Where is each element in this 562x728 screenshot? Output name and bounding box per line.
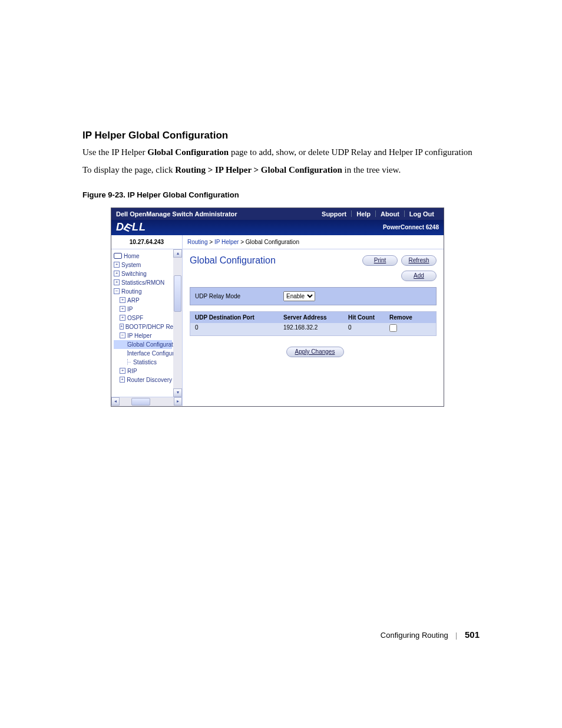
collapse-icon: −	[120, 332, 125, 338]
relay-mode-select[interactable]: Enable	[283, 291, 315, 301]
scroll-left-icon[interactable]: ◂	[111, 397, 120, 406]
titlebar-divider	[404, 210, 405, 217]
breadcrumb-sep: >	[209, 239, 213, 245]
refresh-button[interactable]: Refresh	[401, 255, 437, 266]
print-button[interactable]: Print	[362, 255, 398, 266]
scroll-right-icon[interactable]: ▸	[174, 397, 182, 406]
tree-item-label: RIP	[127, 367, 137, 375]
collapse-icon: −	[114, 288, 120, 294]
cell-server: 192.168.32.2	[283, 324, 348, 333]
titlebar-divider	[351, 210, 352, 217]
para2-pre: To display the page, click	[82, 165, 175, 174]
tree-item-label: System	[121, 261, 141, 269]
page-footer: Configuring Routing 501	[82, 630, 480, 640]
tree-item-label: ARP	[127, 296, 140, 305]
section-heading: IP Helper Global Configuration	[82, 130, 480, 141]
tree-item-label: Statistics	[133, 358, 157, 367]
tree-item-ip[interactable]: +IP	[114, 305, 172, 314]
add-button[interactable]: Add	[401, 271, 437, 281]
paragraph-2: To display the page, click Routing > IP …	[82, 164, 480, 176]
link-support[interactable]: Support	[322, 210, 346, 218]
expand-icon: +	[114, 271, 120, 276]
para1-post: page to add, show, or delete UDP Relay a…	[229, 147, 472, 157]
footer-section: Configuring Routing	[381, 631, 448, 640]
expand-icon: +	[120, 368, 125, 374]
tree-item-label: BOOTP/DHCP Relay Agent	[125, 322, 173, 331]
scroll-down-icon[interactable]: ▾	[173, 388, 182, 397]
relay-mode-label: UDP Relay Mode	[195, 293, 283, 299]
tree-item-statistics[interactable]: Statistics	[114, 358, 172, 367]
para2-bold: Routing > IP Helper > Global Configurati…	[175, 165, 342, 174]
col-hit-count: Hit Count	[348, 314, 389, 321]
expand-icon: +	[120, 297, 125, 303]
tree-hscrollbar[interactable]: ◂ ▸	[111, 397, 182, 406]
col-server-address: Server Address	[283, 314, 348, 321]
tree-item-ip-helper[interactable]: −IP Helper	[114, 331, 172, 340]
expand-icon: +	[120, 315, 125, 321]
breadcrumb-iphelper[interactable]: IP Helper	[214, 239, 239, 245]
para2-post: in the tree view.	[342, 165, 401, 174]
tree-item-label: Router Discovery	[127, 375, 172, 384]
titlebar-divider	[375, 210, 376, 217]
col-remove: Remove	[389, 314, 431, 321]
footer-divider	[456, 633, 457, 640]
table-row: 0 192.168.32.2 0	[190, 323, 436, 335]
app-titlebar: Dell OpenManage Switch Administrator Sup…	[111, 208, 444, 220]
remove-checkbox[interactable]	[389, 324, 397, 332]
tree-item-label: IP	[127, 305, 133, 314]
breadcrumb-current: Global Configuration	[246, 239, 299, 245]
tree-item-label: Switching	[121, 269, 147, 278]
tree-connector-icon	[125, 359, 131, 365]
tree-item-bootp-dhcp-relay-agent[interactable]: +BOOTP/DHCP Relay Agent	[114, 322, 172, 331]
footer-page: 501	[465, 630, 480, 640]
breadcrumb-sep: >	[240, 239, 244, 245]
tree-item-router-discovery[interactable]: +Router Discovery	[114, 375, 172, 384]
nav-tree: Home+System+Switching+Statistics/RMON−Ro…	[111, 249, 173, 397]
scroll-up-icon[interactable]: ▴	[173, 249, 182, 258]
relay-mode-panel: UDP Relay Mode Enable	[190, 287, 437, 305]
tree-item-label: Statistics/RMON	[121, 278, 164, 287]
tree-item-home[interactable]: Home	[114, 252, 172, 261]
scroll-thumb[interactable]	[174, 275, 181, 312]
dell-logo: DELL	[116, 221, 146, 233]
link-about[interactable]: About	[381, 210, 399, 218]
tree-item-label: Home	[124, 252, 140, 261]
tree-item-label: Routing	[121, 287, 141, 296]
tree-item-label: IP Helper	[127, 331, 152, 340]
col-udp-port: UDP Destination Port	[195, 314, 283, 321]
expand-icon: +	[114, 262, 120, 268]
tree-item-rip[interactable]: +RIP	[114, 367, 172, 375]
cell-hits: 0	[348, 324, 389, 333]
scroll-thumb-h[interactable]	[131, 398, 150, 406]
link-help[interactable]: Help	[356, 210, 371, 218]
brand-bar: DELL PowerConnect 6248	[111, 220, 444, 235]
figure-caption: Figure 9-23. IP Helper Global Configurat…	[82, 190, 480, 199]
screenshot-panel: Dell OpenManage Switch Administrator Sup…	[111, 207, 444, 407]
breadcrumb: Routing > IP Helper > Global Configurati…	[183, 235, 444, 249]
expand-icon: +	[120, 377, 125, 383]
cell-port: 0	[195, 324, 283, 333]
tree-item-switching[interactable]: +Switching	[114, 269, 172, 278]
page-title: Global Configuration	[190, 255, 276, 266]
breadcrumb-routing[interactable]: Routing	[187, 239, 207, 245]
tree-item-arp[interactable]: +ARP	[114, 296, 172, 305]
tree-item-system[interactable]: +System	[114, 261, 172, 269]
para1-pre: Use the IP Helper	[82, 147, 147, 157]
tree-item-ospf[interactable]: +OSPF	[114, 314, 172, 322]
tree-item-statistics-rmon[interactable]: +Statistics/RMON	[114, 278, 172, 287]
app-title: Dell OpenManage Switch Administrator	[116, 210, 237, 218]
tree-item-label: Global Configuration	[127, 340, 173, 349]
product-name: PowerConnect 6248	[383, 224, 439, 230]
device-ip: 10.27.64.243	[111, 235, 182, 249]
paragraph-1: Use the IP Helper Global Configuration p…	[82, 146, 480, 158]
tree-item-routing[interactable]: −Routing	[114, 287, 172, 296]
link-logout[interactable]: Log Out	[409, 210, 434, 218]
tree-item-label: OSPF	[127, 314, 143, 322]
tree-item-label: Interface Configuration	[127, 349, 173, 358]
tree-item-interface-configuration[interactable]: Interface Configuration	[114, 349, 172, 358]
tree-vscrollbar[interactable]: ▴ ▾	[173, 249, 182, 397]
para1-bold: Global Configuration	[147, 147, 229, 157]
apply-changes-button[interactable]: Apply Changes	[286, 347, 344, 357]
tree-item-global-configuration[interactable]: Global Configuration	[114, 340, 172, 349]
home-icon	[114, 253, 122, 259]
